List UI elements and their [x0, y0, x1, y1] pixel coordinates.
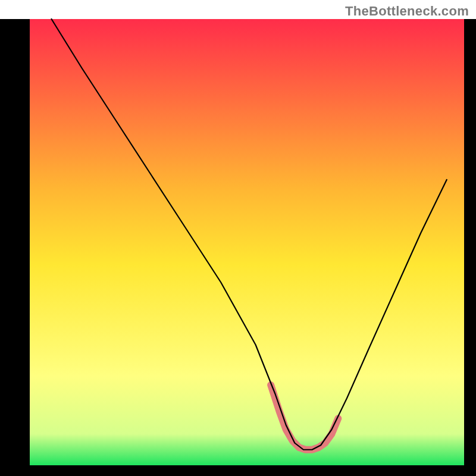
watermark-text: TheBottleneck.com [345, 4, 469, 19]
chart-background [30, 19, 464, 465]
chart-border-bottom [0, 465, 476, 476]
chart-border-left [0, 19, 30, 476]
chart-border-right [464, 19, 476, 476]
bottleneck-chart [0, 0, 476, 476]
chart-container: TheBottleneck.com [0, 0, 476, 476]
